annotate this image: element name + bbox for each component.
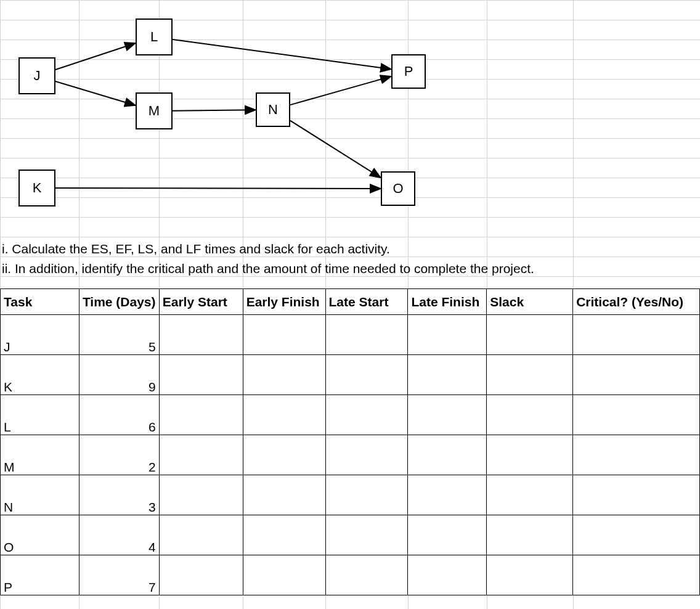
edge-J-L <box>55 43 136 70</box>
cell-critical[interactable] <box>573 395 700 435</box>
instruction-line-1: i. Calculate the ES, EF, LS, and LF time… <box>2 239 593 259</box>
cell-lf[interactable] <box>408 435 487 475</box>
cell-time[interactable]: 7 <box>79 555 159 595</box>
edge-L-P <box>173 39 391 69</box>
cell-critical[interactable] <box>573 555 700 595</box>
table-header-row: Task Time (Days) Early Start Early Finis… <box>1 289 700 315</box>
cell-slack[interactable] <box>487 315 573 355</box>
cell-slack[interactable] <box>487 355 573 395</box>
cell-critical[interactable] <box>573 355 700 395</box>
cell-critical[interactable] <box>573 475 700 515</box>
table-row: O4 <box>1 515 700 555</box>
node-P: P <box>391 54 426 89</box>
cell-es[interactable] <box>159 555 243 595</box>
task-table-container: Task Time (Days) Early Start Early Finis… <box>0 288 700 595</box>
cell-lf[interactable] <box>408 355 487 395</box>
cell-critical[interactable] <box>573 315 700 355</box>
table-row: L6 <box>1 395 700 435</box>
instruction-line-2: ii. In addition, identify the critical p… <box>2 259 593 279</box>
node-M: M <box>136 92 173 129</box>
cell-critical[interactable] <box>573 515 700 555</box>
node-O: O <box>381 171 415 206</box>
table-row: P7 <box>1 555 700 595</box>
cell-es[interactable] <box>159 435 243 475</box>
cell-task[interactable]: P <box>1 555 79 595</box>
header-lf: Late Finish <box>408 289 487 315</box>
table-row: M2 <box>1 435 700 475</box>
cell-time[interactable]: 4 <box>79 515 159 555</box>
table-row: N3 <box>1 475 700 515</box>
cell-ef[interactable] <box>243 355 325 395</box>
cell-task[interactable]: K <box>1 355 79 395</box>
cell-lf[interactable] <box>408 555 487 595</box>
cell-lf[interactable] <box>408 315 487 355</box>
cell-task[interactable]: O <box>1 515 79 555</box>
network-diagram: JKLMNPO <box>0 0 468 234</box>
cell-ef[interactable] <box>243 515 325 555</box>
cell-ef[interactable] <box>243 315 325 355</box>
cell-task[interactable]: M <box>1 435 79 475</box>
cell-es[interactable] <box>159 515 243 555</box>
cell-ls[interactable] <box>325 515 408 555</box>
cell-task[interactable]: L <box>1 395 79 435</box>
cell-time[interactable]: 6 <box>79 395 159 435</box>
cell-ls[interactable] <box>325 355 408 395</box>
header-ef: Early Finish <box>243 289 325 315</box>
cell-es[interactable] <box>159 315 243 355</box>
header-es: Early Start <box>159 289 243 315</box>
header-time: Time (Days) <box>79 289 159 315</box>
cell-lf[interactable] <box>408 475 487 515</box>
table-row: K9 <box>1 355 700 395</box>
cell-ef[interactable] <box>243 395 325 435</box>
cell-ef[interactable] <box>243 475 325 515</box>
node-N: N <box>256 92 290 127</box>
cell-ls[interactable] <box>325 435 408 475</box>
cell-es[interactable] <box>159 395 243 435</box>
cell-slack[interactable] <box>487 435 573 475</box>
cell-task[interactable]: N <box>1 475 79 515</box>
cell-time[interactable]: 2 <box>79 435 159 475</box>
cell-slack[interactable] <box>487 515 573 555</box>
cell-lf[interactable] <box>408 515 487 555</box>
task-table: Task Time (Days) Early Start Early Finis… <box>0 288 700 595</box>
cell-ls[interactable] <box>325 475 408 515</box>
header-slack: Slack <box>487 289 573 315</box>
cell-slack[interactable] <box>487 475 573 515</box>
node-L: L <box>136 18 173 55</box>
edge-N-O <box>290 121 381 178</box>
cell-critical[interactable] <box>573 435 700 475</box>
cell-time[interactable]: 5 <box>79 315 159 355</box>
cell-slack[interactable] <box>487 395 573 435</box>
cell-ls[interactable] <box>325 555 408 595</box>
edge-K-O <box>55 188 381 189</box>
cell-ls[interactable] <box>325 315 408 355</box>
cell-time[interactable]: 3 <box>79 475 159 515</box>
cell-ef[interactable] <box>243 555 325 595</box>
header-task: Task <box>1 289 79 315</box>
cell-time[interactable]: 9 <box>79 355 159 395</box>
header-ls: Late Start <box>325 289 408 315</box>
cell-task[interactable]: J <box>1 315 79 355</box>
node-K: K <box>18 170 55 206</box>
cell-es[interactable] <box>159 475 243 515</box>
cell-lf[interactable] <box>408 395 487 435</box>
edge-N-P <box>290 76 391 105</box>
header-critical: Critical? (Yes/No) <box>573 289 700 315</box>
instructions: i. Calculate the ES, EF, LS, and LF time… <box>2 239 593 278</box>
edge-J-M <box>55 81 136 105</box>
node-J: J <box>18 57 55 94</box>
cell-slack[interactable] <box>487 555 573 595</box>
cell-ls[interactable] <box>325 395 408 435</box>
table-row: J5 <box>1 315 700 355</box>
cell-ef[interactable] <box>243 435 325 475</box>
cell-es[interactable] <box>159 355 243 395</box>
edge-M-N <box>173 110 256 110</box>
